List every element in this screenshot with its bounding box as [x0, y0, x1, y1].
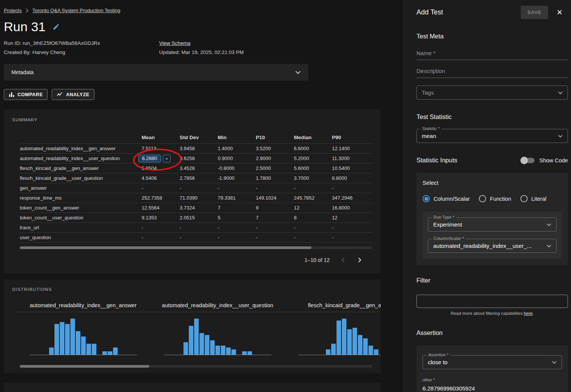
previous-page-button[interactable] — [340, 256, 346, 264]
summary-cell: 7.5113 — [142, 146, 180, 151]
radio-label: Function — [490, 196, 511, 202]
sidebar-title: Add Test — [416, 8, 521, 16]
summary-panel: SUMMARY MeanStd DevMinP10MedianP90automa… — [4, 109, 381, 273]
run-type-select-label: Run Type * — [432, 215, 456, 219]
statistic-select[interactable]: Statistic * mean — [416, 129, 568, 143]
histogram-bar — [49, 348, 54, 355]
radio-dot — [424, 197, 428, 201]
tags-select[interactable]: Tags — [416, 86, 568, 100]
save-button[interactable]: SAVE — [521, 6, 548, 19]
chart-x-axis — [30, 355, 137, 355]
summary-row: token_count__gen_answer12.55643.73247912… — [20, 203, 372, 213]
name-input[interactable] — [416, 48, 568, 60]
summary-cell: - — [332, 235, 370, 240]
summary-cell: 7 — [218, 205, 256, 211]
summary-scrollbar[interactable] — [20, 246, 372, 249]
radio-option-function[interactable]: Function — [479, 195, 511, 202]
chart-plot-area — [150, 312, 285, 355]
filter-docs-link[interactable]: here — [524, 311, 533, 316]
histogram-bar — [215, 346, 220, 355]
column-scalar-select[interactable]: Column/Scalar * automated_readability_in… — [428, 239, 557, 253]
compare-button[interactable]: COMPARE — [4, 89, 48, 100]
distribution-chart: automated_readability_index__user_questi… — [150, 302, 285, 355]
summary-cell: - — [256, 185, 294, 191]
analyze-button[interactable]: ANALYZE — [52, 89, 94, 100]
summary-column-header: Median — [294, 135, 332, 140]
summary-cell: 2.9000 — [256, 156, 294, 161]
filter-input[interactable] — [416, 295, 568, 308]
assertion-select[interactable]: Assertion * close to — [423, 355, 562, 369]
chevron-down-icon — [558, 91, 563, 94]
radio-option-column-scalar[interactable]: Column/Scalar — [423, 195, 470, 202]
scrollbar-thumb[interactable] — [20, 365, 149, 368]
show-code-toggle[interactable] — [522, 158, 534, 163]
compare-button-label: COMPARE — [18, 92, 43, 97]
other-input[interactable] — [423, 383, 562, 392]
scrollbar-thumb[interactable] — [20, 246, 311, 249]
summary-cell: 2.0515 — [180, 215, 218, 221]
radio-icon — [479, 195, 486, 202]
breadcrumb-link-run[interactable]: Toronto Q&A System Production Testing — [32, 8, 120, 13]
summary-cell: 4.5406 — [142, 175, 180, 181]
pagination: 1–10 of 12 — [4, 256, 381, 264]
summary-column-header: P90 — [332, 135, 370, 140]
radio-option-literal[interactable]: Literal — [520, 195, 547, 202]
chart-x-axis — [164, 355, 271, 355]
next-page-button[interactable] — [356, 256, 363, 264]
histogram-bar — [358, 335, 362, 355]
show-code-label: Show Code — [539, 157, 568, 163]
close-icon[interactable]: ✕ — [557, 8, 563, 17]
histogram-bar — [199, 333, 204, 355]
breadcrumb: Projects Toronto Q&A System Production T… — [4, 8, 404, 13]
next-panel-partial — [4, 383, 381, 392]
add-test-sidebar: Add Test SAVE ✕ Test Meta Tags Test Stat… — [404, 0, 571, 392]
summary-row-label: user_question — [20, 235, 142, 240]
summary-header-row: MeanStd DevMinP10MedianP90 — [20, 131, 372, 144]
histogram-bar — [337, 321, 341, 355]
radio-label: Column/Scalar — [434, 196, 470, 202]
bar-chart-icon — [9, 92, 14, 97]
histogram-bar — [231, 349, 236, 355]
summary-row: response_time_ms252.735871.039079.338114… — [20, 193, 372, 203]
selected-cell-value[interactable]: 6.2880 — [138, 155, 161, 162]
summary-cell: - — [180, 225, 218, 230]
histogram-bar — [242, 351, 247, 355]
summary-cell: 149.1024 — [256, 195, 294, 201]
summary-cell: 8 — [294, 215, 332, 221]
assertion-heading: Assertion — [416, 329, 568, 336]
summary-row-label: trace_url — [20, 225, 142, 230]
metadata-label: Metadata — [11, 69, 33, 75]
chart-plot-area — [285, 312, 381, 355]
other-field-label: other * — [423, 378, 562, 382]
summary-cell: 347.2946 — [332, 195, 370, 201]
summary-row-label: flesch_kincaid_grade__user_question — [20, 175, 142, 181]
chevron-down-icon — [552, 361, 557, 364]
summary-cell: 2.7856 — [180, 175, 218, 181]
main-content: Projects Toronto Q&A System Production T… — [0, 0, 404, 392]
chart-title: flesch_kincaid_grade__gen_answer — [285, 302, 381, 312]
metadata-accordion[interactable]: Metadata — [4, 64, 308, 81]
toggle-knob — [520, 157, 528, 164]
summary-cell: 8.8000 — [332, 175, 370, 181]
summary-cell: - — [180, 185, 218, 191]
summary-cell: - — [256, 225, 294, 230]
summary-row-label: automated_readability_index__user_questi… — [20, 156, 142, 161]
breadcrumb-link-projects[interactable]: Projects — [4, 8, 22, 13]
edit-pencil-icon[interactable] — [53, 23, 60, 30]
run-type-select[interactable]: Run Type * Experiment — [428, 217, 557, 232]
add-cell-to-test-button[interactable]: + — [163, 155, 171, 162]
radio-icon — [423, 195, 430, 202]
view-schema-link[interactable]: View Schema — [159, 40, 190, 46]
chevron-down-icon — [295, 71, 301, 74]
summary-cell: - — [180, 235, 218, 240]
assertion-select-label: Assertion * — [426, 352, 450, 357]
distribution-chart: flesch_kincaid_grade__gen_answer — [285, 302, 381, 355]
summary-cell: 3.6258 — [180, 156, 218, 161]
description-input[interactable] — [416, 65, 568, 78]
page-title: Run 31 — [4, 19, 46, 34]
summary-cell: 9 — [256, 205, 294, 211]
distribution-chart: automated_readability_index__gen_answer — [16, 302, 150, 355]
histogram-bar — [368, 346, 373, 355]
distributions-scrollbar[interactable] — [20, 365, 372, 368]
summary-row: flesch_kincaid_grade__gen_answer5.85043.… — [20, 163, 372, 173]
